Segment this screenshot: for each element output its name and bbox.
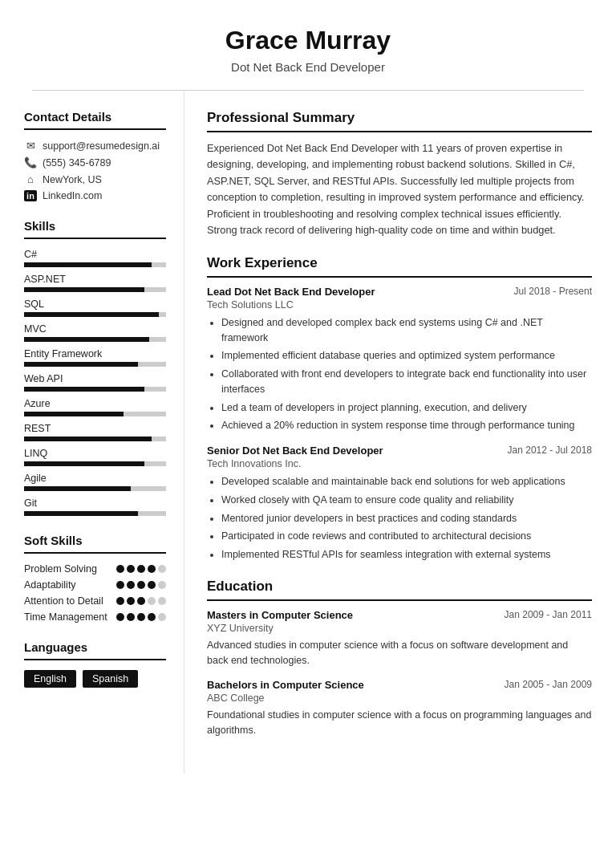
edu-dates: Jan 2005 - Jan 2009	[505, 679, 592, 690]
education-list: Masters in Computer Science Jan 2009 - J…	[207, 609, 592, 738]
skill-name: MVC	[24, 323, 166, 335]
edu-header: Bachelors in Computer Science Jan 2005 -…	[207, 679, 592, 691]
contact-phone-text: (555) 345-6789	[43, 157, 111, 169]
contact-email-text: support@resumedesign.ai	[43, 140, 160, 152]
education-divider	[207, 599, 592, 601]
dot	[127, 565, 135, 573]
skill-bar-fill	[24, 412, 124, 416]
skill-name: REST	[24, 423, 166, 434]
linkedin-icon: in	[24, 190, 37, 201]
skill-name: Web API	[24, 373, 166, 384]
education-item: Bachelors in Computer Science Jan 2005 -…	[207, 679, 592, 738]
summary-title: Professional Summary	[207, 110, 592, 126]
skill-bar-fill	[24, 362, 138, 367]
job-bullet: Designed and developed complex back end …	[221, 315, 592, 346]
skill-bar-fill	[24, 511, 138, 516]
skill-name: C#	[24, 249, 166, 260]
dot	[127, 597, 135, 605]
skill-dots	[116, 613, 166, 621]
skill-bar	[24, 262, 166, 267]
skill-item: Agile	[24, 473, 166, 491]
summary-divider	[207, 131, 592, 132]
edu-description: Advanced studies in computer science wit…	[207, 638, 592, 668]
skill-bar-fill	[24, 312, 159, 317]
contact-list: ✉ support@resumedesign.ai 📞 (555) 345-67…	[24, 140, 166, 201]
soft-skill-name: Time Management	[24, 611, 107, 623]
soft-skill-name: Adaptability	[24, 579, 76, 591]
dot	[137, 613, 145, 621]
dot	[158, 581, 166, 589]
dot	[148, 581, 156, 589]
skill-dots	[116, 565, 166, 573]
language-badge: Spanish	[83, 670, 138, 688]
dot	[148, 565, 156, 573]
summary-section: Professional Summary Experienced Dot Net…	[207, 110, 592, 239]
work-experience-section: Work Experience Lead Dot Net Back End De…	[207, 255, 592, 562]
dot	[158, 613, 166, 621]
candidate-title: Dot Net Back End Developer	[32, 60, 584, 74]
sidebar: Contact Details ✉ support@resumedesign.a…	[0, 91, 184, 774]
skill-bar-fill	[24, 461, 144, 466]
contact-section: Contact Details ✉ support@resumedesign.a…	[24, 110, 166, 201]
soft-skills-list: Problem SolvingAdaptabilityAttention to …	[24, 563, 166, 623]
edu-description: Foundational studies in computer science…	[207, 708, 592, 738]
job-title: Senior Dot Net Back End Developer	[207, 445, 383, 457]
job-bullet: Mentored junior developers in best pract…	[221, 511, 592, 526]
dot	[158, 597, 166, 605]
main-layout: Contact Details ✉ support@resumedesign.a…	[0, 91, 616, 774]
dot	[148, 597, 156, 605]
edu-degree: Masters in Computer Science	[207, 609, 353, 621]
skill-dots	[116, 597, 166, 605]
languages-title: Languages	[24, 640, 166, 654]
skill-bar	[24, 486, 166, 491]
edu-degree: Bachelors in Computer Science	[207, 679, 364, 691]
skill-bar	[24, 362, 166, 367]
email-icon: ✉	[24, 140, 37, 152]
job-bullet: Participated in code reviews and contrib…	[221, 529, 592, 544]
skill-dots	[116, 581, 166, 589]
job-bullet: Collaborated with front end developers t…	[221, 367, 592, 397]
soft-skills-title: Soft Skills	[24, 534, 166, 547]
skill-name: LINQ	[24, 448, 166, 459]
candidate-name: Grace Murray	[32, 26, 584, 55]
skill-name: SQL	[24, 298, 166, 310]
work-experience-title: Work Experience	[207, 255, 592, 271]
job-dates: Jul 2018 - Present	[514, 286, 592, 297]
soft-skill-name: Problem Solving	[24, 563, 97, 575]
skill-name: ASP.NET	[24, 274, 166, 285]
skill-bar-fill	[24, 437, 152, 441]
skill-bar	[24, 412, 166, 416]
soft-skill-name: Attention to Detail	[24, 595, 103, 607]
contact-section-title: Contact Details	[24, 110, 166, 124]
skills-section-title: Skills	[24, 219, 166, 233]
dot	[116, 613, 124, 621]
skill-name: Azure	[24, 398, 166, 409]
skill-item: Entity Framework	[24, 348, 166, 367]
job-bullets: Developed scalable and maintainable back…	[207, 474, 592, 562]
skill-item: SQL	[24, 298, 166, 317]
skill-bar-fill	[24, 337, 149, 342]
contact-address: ⌂ NewYork, US	[24, 173, 166, 185]
skill-bar	[24, 511, 166, 516]
edu-school: XYZ University	[207, 623, 592, 634]
edu-dates: Jan 2009 - Jan 2011	[505, 609, 592, 620]
skill-name: Entity Framework	[24, 348, 166, 359]
job-bullet: Implemented efficient database queries a…	[221, 348, 592, 363]
skill-bar-fill	[24, 262, 152, 267]
skill-bar	[24, 461, 166, 466]
education-item: Masters in Computer Science Jan 2009 - J…	[207, 609, 592, 668]
job-dates: Jan 2012 - Jul 2018	[508, 445, 592, 456]
address-icon: ⌂	[24, 173, 37, 185]
contact-divider	[24, 128, 166, 130]
resume-header: Grace Murray Dot Net Back End Developer	[0, 0, 616, 90]
dot	[148, 613, 156, 621]
skill-item: C#	[24, 249, 166, 267]
skill-bar	[24, 337, 166, 342]
dot	[137, 565, 145, 573]
job-header: Senior Dot Net Back End Developer Jan 20…	[207, 445, 592, 457]
job-header: Lead Dot Net Back End Developer Jul 2018…	[207, 286, 592, 298]
dot	[127, 613, 135, 621]
soft-skill-row: Problem Solving	[24, 563, 166, 575]
dot	[127, 581, 135, 589]
job-company: Tech Innovations Inc.	[207, 458, 592, 469]
